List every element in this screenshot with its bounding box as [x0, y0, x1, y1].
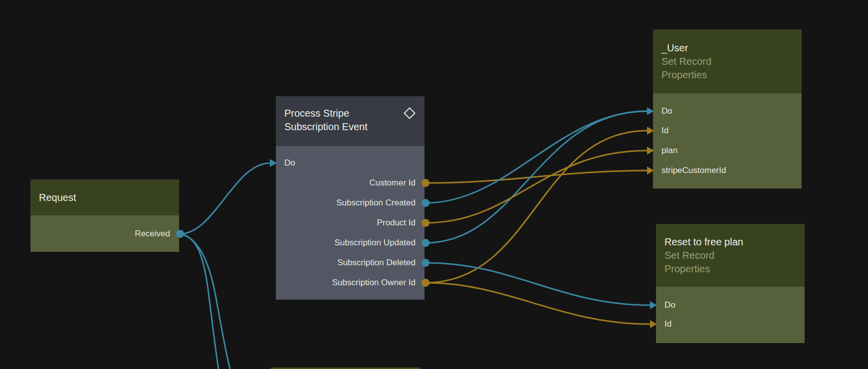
port-dot-product-id[interactable]	[422, 219, 430, 227]
port-arrow-user-do[interactable]	[647, 107, 654, 115]
edge-subcreated-to-user-do[interactable]	[426, 111, 647, 203]
edge-customerid-to-stripecustomerid[interactable]	[426, 171, 647, 183]
edge-subdeleted-to-reset-do[interactable]	[426, 263, 650, 305]
port-arrow-reset-do[interactable]	[650, 301, 657, 309]
edge-received-to-process-do[interactable]	[180, 163, 270, 234]
node-graph-canvas[interactable]: Request Received Process Stripe Subscrip…	[0, 0, 868, 369]
port-arrow-process-do[interactable]	[270, 159, 277, 167]
port-dot-subscription-updated[interactable]	[422, 239, 430, 247]
port-arrow-user-id[interactable]	[647, 127, 654, 135]
port-dot-subscription-owner-id[interactable]	[422, 279, 430, 287]
edge-productid-to-plan[interactable]	[426, 151, 647, 223]
port-arrow-reset-id[interactable]	[650, 320, 657, 328]
port-dot-customer-id[interactable]	[422, 179, 430, 187]
edge-received-to-bottom-1[interactable]	[180, 234, 218, 369]
port-dot-received[interactable]	[176, 230, 184, 238]
connections-layer	[0, 0, 868, 369]
port-dot-subscription-created[interactable]	[422, 199, 430, 207]
edge-received-to-bottom-2[interactable]	[180, 234, 230, 369]
port-dot-subscription-deleted[interactable]	[422, 259, 430, 267]
port-arrow-user-stripecustomerid[interactable]	[647, 167, 654, 175]
port-arrow-user-plan[interactable]	[647, 147, 654, 155]
